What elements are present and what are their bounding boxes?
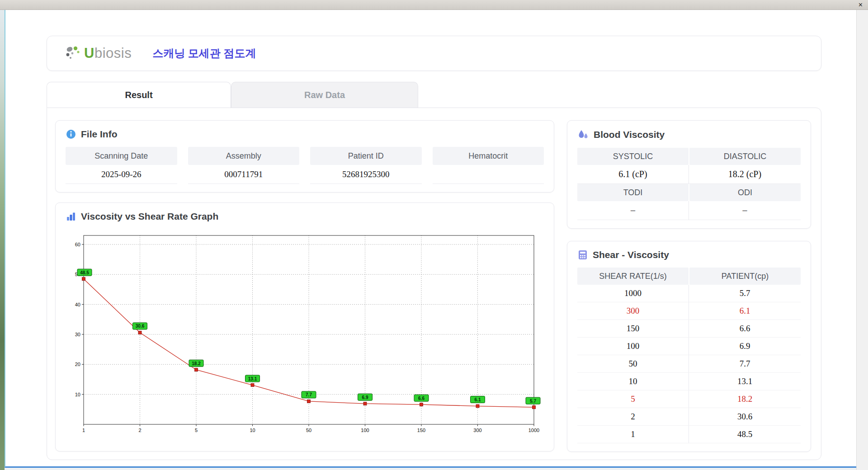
graph-card: Viscosity vs Shear Rate Graph 1251050100… <box>55 202 554 451</box>
svg-text:13.1: 13.1 <box>248 376 257 381</box>
svg-text:6.1: 6.1 <box>475 397 481 402</box>
close-button[interactable]: × <box>859 1 863 9</box>
svg-text:300: 300 <box>473 428 481 433</box>
patient-cell: 7.7 <box>689 355 801 373</box>
bv-value: 18.2 (cP) <box>689 165 801 184</box>
svg-text:10: 10 <box>75 392 80 397</box>
field-label: Patient ID <box>310 147 422 165</box>
field-value: 000711791 <box>188 165 300 184</box>
shear-rate-cell: 2 <box>577 408 689 426</box>
logo-dots-icon <box>64 45 82 61</box>
shear-rate-cell: 50 <box>577 355 689 373</box>
table-row: 518.2 <box>577 390 801 408</box>
ubiosis-logo: Ubiosis <box>64 45 132 61</box>
file-info-fields: Scanning Date2025-09-26Assembly000711791… <box>66 147 544 184</box>
svg-text:5: 5 <box>195 428 198 433</box>
svg-text:10: 10 <box>250 428 255 433</box>
svg-text:2: 2 <box>138 428 141 433</box>
tab-raw-data[interactable]: Raw Data <box>231 82 418 108</box>
patient-cell: 6.1 <box>689 302 801 320</box>
shear-column-header: PATIENT(cp) <box>689 268 801 285</box>
field-label: Hematocrit <box>433 147 544 165</box>
bv-label: TODI <box>577 184 689 201</box>
shear-rate-cell: 10 <box>577 373 689 390</box>
svg-text:18.2: 18.2 <box>192 361 201 366</box>
svg-text:48.5: 48.5 <box>80 270 89 275</box>
svg-text:60: 60 <box>75 242 80 247</box>
water-drops-icon <box>577 129 589 141</box>
svg-text:6.9: 6.9 <box>362 395 368 400</box>
patient-cell: 13.1 <box>689 373 801 390</box>
table-row: 1006.9 <box>577 338 801 355</box>
patient-cell: 5.7 <box>689 285 801 302</box>
graph-title: Viscosity vs Shear Rate Graph <box>81 211 218 222</box>
field-value: 2025-09-26 <box>66 165 177 184</box>
file-info-field-1: Assembly000711791 <box>188 147 300 184</box>
bv-label-row: SYSTOLICDIASTOLIC <box>577 148 801 165</box>
patient-cell: 6.6 <box>689 320 801 338</box>
table-row: 148.5 <box>577 426 801 443</box>
table-row: 3006.1 <box>577 302 801 320</box>
svg-text:6.6: 6.6 <box>418 396 425 401</box>
bv-label: SYSTOLIC <box>577 148 689 165</box>
bv-value-row: –– <box>577 201 801 220</box>
table-row: 1013.1 <box>577 373 801 390</box>
window-edge <box>856 10 868 470</box>
content-panel: File Info Scanning Date2025-09-26Assembl… <box>47 108 821 460</box>
patient-cell: 18.2 <box>689 390 801 408</box>
shear-viscosity-header: Shear - Viscosity <box>577 249 801 260</box>
svg-text:1: 1 <box>82 428 85 433</box>
field-value <box>433 165 544 184</box>
shear-column-header: SHEAR RATE(1/s) <box>577 268 689 285</box>
shear-rate-cell: 300 <box>577 302 689 320</box>
patient-cell: 30.6 <box>689 408 801 426</box>
blood-viscosity-grid: SYSTOLICDIASTOLIC6.1 (cP)18.2 (cP)TODIOD… <box>577 148 801 220</box>
page-title: 스캐닝 모세관 점도계 <box>152 46 256 61</box>
app-body: Ubiosis 스캐닝 모세관 점도계 Result Raw Data File <box>5 10 856 460</box>
table-row: 230.6 <box>577 408 801 426</box>
svg-text:50: 50 <box>306 428 311 433</box>
blood-viscosity-title: Blood Viscosity <box>594 129 665 140</box>
tabs: Result Raw Data <box>47 82 821 108</box>
shear-table-header: SHEAR RATE(1/s)PATIENT(cp) <box>577 268 801 285</box>
bv-label: DIASTOLIC <box>689 148 801 165</box>
shear-viscosity-title: Shear - Viscosity <box>593 249 669 260</box>
bv-value: – <box>689 201 801 220</box>
field-value: 52681925300 <box>310 165 422 184</box>
brand-name: Ubiosis <box>84 45 132 61</box>
shear-rate-cell: 150 <box>577 320 689 338</box>
field-label: Assembly <box>188 147 300 165</box>
field-label: Scanning Date <box>66 147 177 165</box>
bar-chart-icon <box>66 211 76 222</box>
shear-rate-cell: 5 <box>577 390 689 408</box>
file-info-header: File Info <box>66 129 544 140</box>
graph-header: Viscosity vs Shear Rate Graph <box>66 211 544 222</box>
svg-text:5.7: 5.7 <box>530 399 536 404</box>
patient-cell: 48.5 <box>689 426 801 443</box>
blood-viscosity-card: Blood Viscosity SYSTOLICDIASTOLIC6.1 (cP… <box>567 120 811 229</box>
svg-text:100: 100 <box>361 428 369 433</box>
left-column: File Info Scanning Date2025-09-26Assembl… <box>55 120 554 451</box>
bv-value: 6.1 (cP) <box>577 165 689 184</box>
shear-rate-cell: 1 <box>577 426 689 443</box>
file-info-field-3: Hematocrit <box>433 147 544 184</box>
bv-label-row: TODIODI <box>577 184 801 201</box>
info-icon <box>66 129 76 140</box>
shear-table-body: 10005.73006.11506.61006.9507.71013.1518.… <box>577 285 801 443</box>
app-window: Ubiosis 스캐닝 모세관 점도계 Result Raw Data File <box>5 10 856 468</box>
shear-rate-cell: 100 <box>577 338 689 355</box>
table-row: 1506.6 <box>577 320 801 338</box>
svg-text:30.6: 30.6 <box>136 324 145 329</box>
file-info-title: File Info <box>81 129 118 140</box>
viscosity-chart: 1251050100150300100010203040506048.530.6… <box>66 229 543 438</box>
svg-text:20: 20 <box>75 362 80 367</box>
tab-result[interactable]: Result <box>47 82 231 108</box>
right-column: Blood Viscosity SYSTOLICDIASTOLIC6.1 (cP… <box>567 120 811 451</box>
shear-rate-cell: 1000 <box>577 285 689 302</box>
file-info-card: File Info Scanning Date2025-09-26Assembl… <box>55 120 554 193</box>
desktop-edge <box>0 10 5 470</box>
calculator-icon <box>577 249 588 260</box>
file-info-field-0: Scanning Date2025-09-26 <box>66 147 177 184</box>
svg-text:1000: 1000 <box>528 428 539 433</box>
bv-value-row: 6.1 (cP)18.2 (cP) <box>577 165 801 184</box>
